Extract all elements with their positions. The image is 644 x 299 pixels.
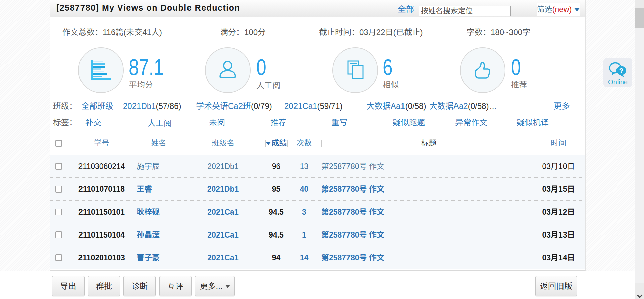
tag-filter-link[interactable]: 异常作文	[455, 118, 487, 127]
cell-count[interactable]: 1	[287, 230, 321, 240]
row-checkbox[interactable]	[55, 231, 62, 238]
filter-dropdown[interactable]: 筛选 (new)	[537, 3, 580, 16]
stat-circle	[205, 47, 251, 93]
filter-new-badge: (new)	[552, 5, 572, 14]
column-header-title[interactable]: 标题	[321, 139, 537, 148]
column-header-student-id[interactable]: 学号	[67, 139, 137, 148]
class-name-link[interactable]: 2021Db1	[123, 101, 156, 111]
class-filter-link[interactable]: 大数据Aa2(0/58)	[429, 101, 489, 111]
table-row: 21103060214 施宇辰 2021Db1 96 13 第2587780号 …	[50, 155, 585, 178]
stat-value: 0	[256, 56, 266, 78]
cell-submit-time: 03月14日	[534, 253, 583, 262]
cell-student-name[interactable]: 施宇辰	[137, 162, 160, 171]
column-header-score[interactable]: 成绩	[262, 139, 290, 148]
stat-label: 人工阅	[256, 80, 280, 91]
more-classes-link[interactable]: 更多	[554, 101, 570, 111]
tag-filter-link[interactable]: 未阅	[209, 118, 225, 127]
cell-essay-title[interactable]: 第2587780号 作文	[321, 208, 384, 217]
cell-score: 94.5	[265, 208, 287, 217]
class-name-link[interactable]: 全部班级	[81, 101, 113, 111]
assignment-panel: [2587780] My Views on Double Reduction 全…	[50, 0, 586, 271]
scrollbar-thumb[interactable]	[635, 8, 644, 28]
stat-circle	[332, 47, 378, 93]
class-count: (59/71)	[317, 101, 342, 111]
caret-down-icon	[225, 285, 230, 288]
cell-class-name[interactable]: 2021Db1	[181, 162, 265, 171]
cell-count[interactable]: 13	[287, 162, 321, 171]
class-row-label: 班级：	[53, 101, 77, 111]
cell-count[interactable]: 3	[287, 208, 321, 217]
cell-class-name[interactable]: 2021Ca1	[181, 253, 265, 262]
stat-circle	[78, 47, 124, 93]
class-count: (0/58)	[468, 101, 489, 111]
tag-filter-link[interactable]: 疑似跑题	[393, 118, 425, 127]
more-actions-button[interactable]: 更多...	[195, 276, 235, 296]
peer-review-button[interactable]: 互评	[159, 276, 192, 296]
tag-filter-link[interactable]: 人工阅	[148, 118, 172, 129]
export-button[interactable]: 导出	[52, 276, 85, 296]
cell-count[interactable]: 40	[287, 185, 321, 194]
scope-all-link[interactable]: 全部	[398, 5, 414, 14]
cell-essay-title[interactable]: 第2587780号 作文	[321, 185, 384, 194]
row-checkbox[interactable]	[55, 186, 62, 193]
cell-class-name[interactable]: 2021Ca1	[181, 208, 265, 217]
summary-total: 作文总数：116篇(未交41人)	[62, 28, 162, 37]
class-filter-link[interactable]: 学术英语Ca2班(0/79)	[196, 101, 272, 111]
class-name-link[interactable]: 大数据Aa2	[429, 101, 468, 111]
class-name-link[interactable]: 学术英语Ca2班	[196, 101, 251, 111]
class-name-link[interactable]: 2021Ca1	[284, 101, 317, 111]
column-header-class[interactable]: 班级名	[181, 139, 265, 148]
stat-circle	[460, 47, 505, 93]
bar-chart-icon	[90, 59, 112, 81]
vertical-scrollbar[interactable]	[635, 0, 644, 299]
column-header-name[interactable]: 姓名	[137, 139, 181, 148]
cell-count[interactable]: 14	[287, 253, 321, 262]
page: [2587780] My Views on Double Reduction 全…	[0, 0, 644, 299]
tag-filter-link[interactable]: 推荐	[270, 118, 286, 127]
group-review-button[interactable]: 群批	[88, 276, 120, 296]
cell-student-id: 21102010103	[67, 253, 137, 262]
online-help-widget[interactable]: ? Online	[603, 58, 632, 87]
cell-class-name[interactable]: 2021Ca1	[181, 230, 265, 240]
stat-label: 平均分	[129, 80, 153, 90]
diagnose-button[interactable]: 诊断	[123, 276, 156, 296]
sort-desc-caret-icon	[266, 142, 271, 145]
titlebar: [2587780] My Views on Double Reduction 全…	[50, 0, 585, 17]
row-checkbox[interactable]	[55, 163, 62, 170]
cell-submit-time: 03月13日	[534, 230, 583, 240]
class-filter-link[interactable]: 2021Ca1(59/71)	[284, 101, 342, 111]
cell-submit-time: 03月12日	[534, 208, 583, 217]
class-ellipsis: ...	[490, 101, 496, 111]
cell-student-name[interactable]: 孙晶滢	[137, 230, 160, 240]
scrollbar-bottom-button[interactable]	[635, 283, 644, 299]
class-filter-link[interactable]: 2021Db1(57/86)	[123, 101, 181, 111]
search-input[interactable]	[419, 6, 511, 16]
table-row: 21101150101 耿梓砚 2021Ca1 94.5 3 第2587780号…	[50, 201, 585, 223]
cell-student-id: 21101070118	[67, 185, 137, 194]
select-all-checkbox[interactable]	[55, 140, 62, 147]
cell-student-name[interactable]: 曹子豪	[137, 253, 160, 262]
cell-student-name[interactable]: 王睿	[137, 185, 152, 194]
cell-score: 96	[265, 162, 287, 171]
cell-score: 95	[265, 185, 287, 194]
cell-essay-title[interactable]: 第2587780号 作文	[321, 230, 384, 240]
row-checkbox[interactable]	[55, 254, 62, 261]
cell-score: 94	[265, 253, 287, 262]
tag-filter-link[interactable]: 补交	[85, 118, 101, 127]
row-checkbox[interactable]	[55, 209, 62, 215]
column-header-time[interactable]: 时间	[534, 139, 583, 148]
class-name-link[interactable]: 大数据Aa1	[367, 101, 405, 111]
back-to-old-version-button[interactable]: 返回旧版	[535, 276, 577, 296]
cell-student-name[interactable]: 耿梓砚	[137, 208, 160, 217]
tag-filter-link[interactable]: 重写	[331, 118, 347, 127]
class-count: (0/79)	[251, 101, 272, 111]
cell-essay-title[interactable]: 第2587780号 作文	[321, 253, 384, 262]
class-filter-link[interactable]: 全部班级	[81, 101, 113, 111]
column-header-count[interactable]: 次数	[287, 139, 321, 148]
cell-class-name[interactable]: 2021Db1	[181, 185, 265, 194]
cell-essay-title[interactable]: 第2587780号 作文	[321, 162, 384, 171]
class-count: (0/58)	[405, 101, 426, 111]
scrollbar-top-button[interactable]	[635, 0, 644, 8]
tag-filter-link[interactable]: 疑似机译	[517, 118, 549, 127]
class-filter-link[interactable]: 大数据Aa1(0/58)	[367, 101, 426, 111]
